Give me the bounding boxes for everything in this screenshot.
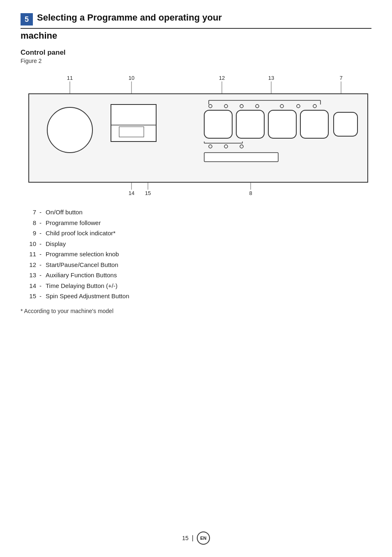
btn-onoff[interactable] <box>334 112 357 136</box>
label-11: 11 <box>67 75 73 81</box>
label-12: 12 <box>219 75 225 81</box>
section-badge: 5 <box>21 13 33 26</box>
control-panel-label: Control panel <box>21 49 371 57</box>
legend-item-8: 8 - Programme follower <box>25 218 371 228</box>
btn-2[interactable] <box>236 110 264 138</box>
legend-item-12: 12 - Start/Pause/Cancel Button <box>25 260 371 270</box>
label-8: 8 <box>249 190 252 196</box>
display-sub <box>119 127 144 137</box>
page-title-line1: Selecting a Programme and operating your <box>37 12 222 23</box>
label-7: 7 <box>339 75 342 81</box>
legend-item-11: 11 - Programme selection knob <box>25 250 371 259</box>
legend: 7 - On/Off button 8 - Programme follower… <box>25 208 371 301</box>
programme-follower <box>204 153 278 162</box>
btn-1[interactable] <box>204 110 232 138</box>
btn-3[interactable] <box>268 110 296 138</box>
footer-page-number: 15 <box>182 535 189 541</box>
label-14: 14 <box>129 190 134 196</box>
legend-item-10: 10 - Display <box>25 239 371 249</box>
legend-item-7: 7 - On/Off button <box>25 208 371 217</box>
label-15: 15 <box>145 190 151 196</box>
footnote: * According to your machine's model <box>21 308 371 314</box>
legend-item-15: 15 - Spin Speed Adjustment Button <box>25 292 371 301</box>
control-panel-svg: 11 10 12 13 7 <box>21 72 374 200</box>
legend-item-14: 14 - Time Delaying Button (+/-) <box>25 281 371 291</box>
knob-circle <box>47 107 92 153</box>
diagram-figure: 11 10 12 13 7 <box>21 72 374 201</box>
footer-separator: | <box>192 534 194 542</box>
page-footer: 15 | EN <box>0 531 392 545</box>
legend-item-9: 9 - Child proof lock indicator* <box>25 229 371 238</box>
page-title-line2: machine <box>21 30 371 41</box>
legend-item-13: 13 - Auxiliary Function Buttons <box>25 271 371 280</box>
label-10: 10 <box>129 75 134 81</box>
btn-4[interactable] <box>300 110 328 138</box>
footer-language-badge: EN <box>197 531 210 545</box>
figure-label: Figure 2 <box>21 58 371 64</box>
label-13: 13 <box>268 75 274 81</box>
